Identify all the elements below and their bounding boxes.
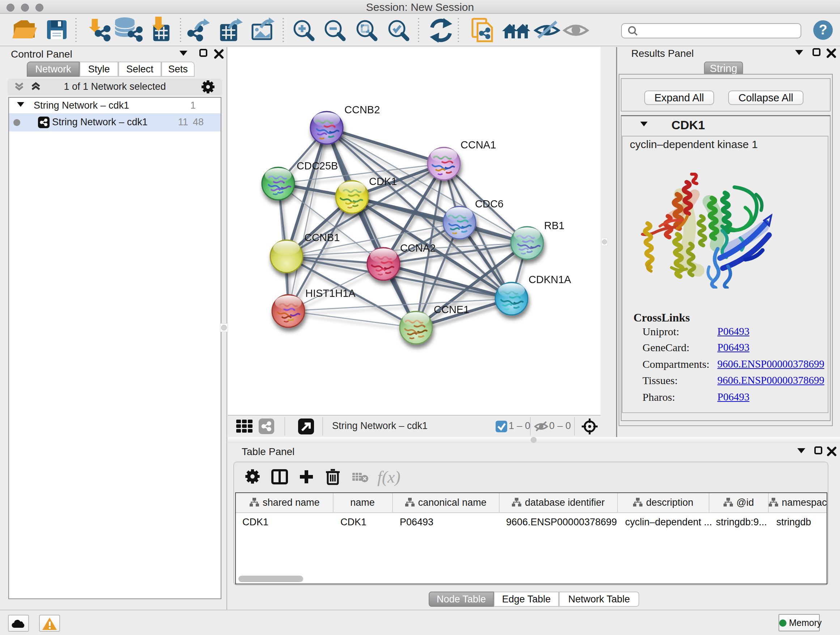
svg-text:CDC6: CDC6 [475,198,504,210]
svg-text:CDC25B: CDC25B [297,160,338,172]
svg-text:CCNB1: CCNB1 [304,232,340,243]
svg-text:CDKN1A: CDKN1A [529,274,571,285]
svg-text:CCNA2: CCNA2 [400,242,436,254]
svg-text:?: ? [819,22,827,37]
svg-text:RB1: RB1 [544,220,564,231]
svg-text:CCNE1: CCNE1 [434,304,469,315]
svg-text:CCNA1: CCNA1 [461,139,496,150]
svg-text:HIST1H1A: HIST1H1A [305,287,355,299]
svg-text:CDK1: CDK1 [369,176,397,187]
svg-text:CCNB2: CCNB2 [344,104,380,116]
